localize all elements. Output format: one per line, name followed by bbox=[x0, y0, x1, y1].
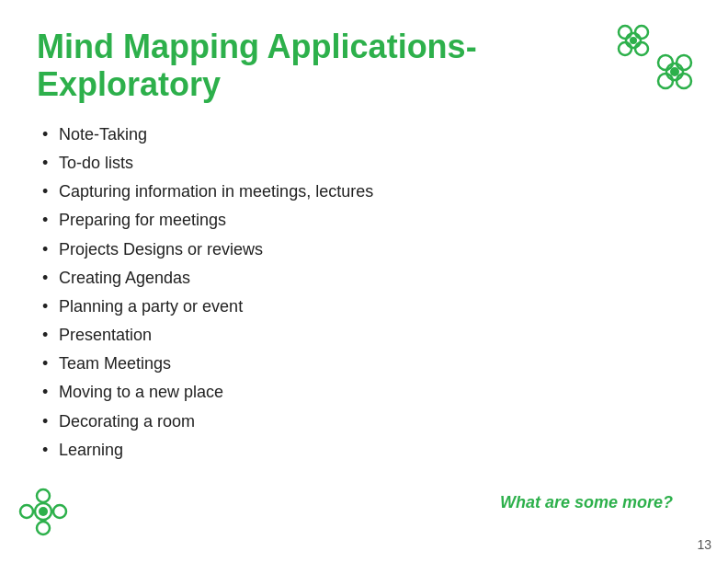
list-item: Creating Agendas bbox=[37, 264, 691, 293]
bullet-list: Note-TakingTo-do listsCapturing informat… bbox=[37, 121, 691, 465]
title-line1: Mind Mapping Applications- bbox=[37, 28, 477, 65]
list-item: Presentation bbox=[37, 321, 691, 350]
flowers-decoration-top-right bbox=[590, 17, 700, 109]
slide: Mind Mapping Applications- Exploratory N… bbox=[0, 0, 728, 563]
list-item: To-do lists bbox=[37, 149, 691, 178]
svg-point-9 bbox=[658, 74, 673, 88]
svg-point-17 bbox=[39, 507, 48, 516]
svg-point-2 bbox=[635, 42, 648, 55]
svg-point-3 bbox=[619, 42, 631, 55]
what-more-label: What are some more? bbox=[500, 493, 673, 512]
list-item: Decorating a room bbox=[37, 408, 691, 436]
svg-point-15 bbox=[20, 505, 33, 518]
list-item: Capturing information in meetings, lectu… bbox=[37, 178, 691, 206]
list-item: Projects Designs or reviews bbox=[37, 236, 691, 264]
svg-point-5 bbox=[630, 37, 637, 44]
svg-point-13 bbox=[53, 505, 66, 518]
svg-point-6 bbox=[658, 55, 673, 70]
svg-point-14 bbox=[37, 522, 50, 534]
list-item: Preparing for meetings bbox=[37, 206, 691, 235]
svg-point-1 bbox=[635, 26, 648, 39]
svg-point-0 bbox=[619, 26, 631, 39]
list-item: Learning bbox=[37, 436, 691, 465]
slide-title: Mind Mapping Applications- Exploratory bbox=[37, 28, 588, 104]
list-item: Note-Taking bbox=[37, 121, 691, 149]
list-item: Team Meetings bbox=[37, 350, 691, 378]
svg-point-8 bbox=[677, 74, 691, 88]
list-item: Planning a party or event bbox=[37, 293, 691, 321]
svg-point-7 bbox=[677, 55, 691, 70]
svg-point-12 bbox=[37, 489, 50, 502]
page-number: 13 bbox=[697, 537, 711, 552]
list-item: Moving to a new place bbox=[37, 378, 691, 407]
title-line2: Exploratory bbox=[37, 65, 221, 103]
flower-decoration-bottom-left bbox=[18, 487, 69, 537]
svg-point-11 bbox=[670, 67, 679, 76]
